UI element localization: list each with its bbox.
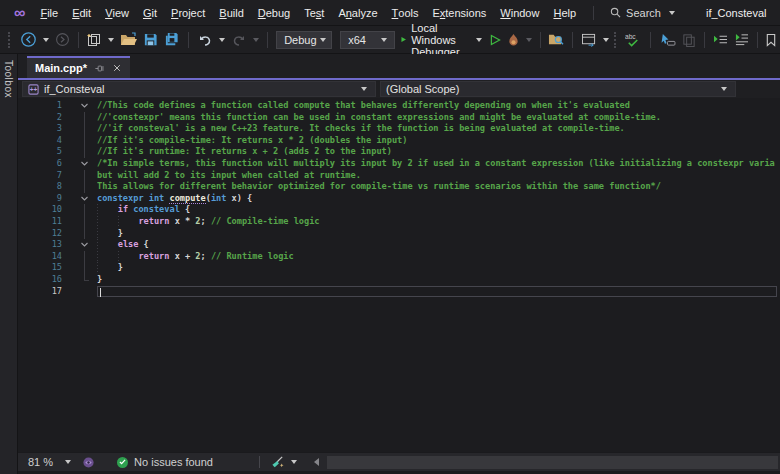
- menu-project[interactable]: Project: [164, 0, 212, 25]
- code-text[interactable]: if consteval {: [97, 204, 780, 216]
- horizontal-scrollbar[interactable]: [327, 456, 778, 469]
- zoom-caret-icon[interactable]: [65, 460, 71, 464]
- menu-view[interactable]: View: [98, 0, 136, 25]
- breakpoint-margin[interactable]: [18, 135, 44, 147]
- menu-window[interactable]: Window: [493, 0, 546, 25]
- close-icon[interactable]: [112, 63, 122, 73]
- breakpoint-margin[interactable]: [18, 112, 44, 124]
- run-to-click-button[interactable]: [656, 29, 679, 51]
- hot-reload-button[interactable]: [504, 29, 523, 51]
- code-text[interactable]: //This code defines a function called co…: [97, 100, 780, 112]
- format-document-button[interactable]: [710, 29, 731, 51]
- navigate-back-button[interactable]: [17, 29, 40, 51]
- fold-collapse-icon[interactable]: [62, 158, 97, 170]
- breakpoint-margin[interactable]: [18, 100, 44, 112]
- menu-build[interactable]: Build: [212, 0, 250, 25]
- navigate-forward-button[interactable]: [52, 29, 73, 51]
- breakpoint-margin[interactable]: [18, 123, 44, 135]
- project-scope-combo[interactable]: ++ if_Consteval: [22, 81, 376, 97]
- undo-caret-icon[interactable]: [219, 38, 225, 42]
- redo-caret-icon[interactable]: [253, 38, 259, 42]
- code-editor[interactable]: 1//This code defines a function called c…: [18, 98, 780, 452]
- fold-collapse-icon[interactable]: [62, 100, 97, 112]
- navigate-back-caret-icon[interactable]: [43, 38, 49, 42]
- menu-edit[interactable]: Edit: [65, 0, 98, 25]
- add-item-button[interactable]: [83, 29, 105, 51]
- fold-collapse-icon[interactable]: [62, 239, 97, 251]
- code-text[interactable]: }: [97, 274, 780, 286]
- code-text[interactable]: /*In simple terms, this function will mu…: [97, 158, 780, 170]
- breakpoint-margin[interactable]: [18, 216, 44, 228]
- save-button[interactable]: [140, 29, 161, 51]
- code-text[interactable]: This allows for different behavior optim…: [97, 181, 780, 193]
- code-cleanup-caret-icon[interactable]: [291, 460, 297, 464]
- code-text[interactable]: //If it's runtime: It returns x + 2 (add…: [97, 146, 780, 158]
- breakpoint-margin[interactable]: [18, 193, 44, 205]
- start-debugging-button[interactable]: Local Windows Debugger: [399, 22, 487, 58]
- type-scope-combo[interactable]: (Global Scope): [380, 81, 736, 97]
- menu-debug[interactable]: Debug: [251, 0, 297, 25]
- search-box[interactable]: Search: [604, 5, 684, 21]
- hot-reload-caret-icon[interactable]: [526, 38, 532, 42]
- undo-button[interactable]: [194, 29, 216, 51]
- zoom-level[interactable]: 81 %: [28, 456, 53, 468]
- breakpoint-margin[interactable]: [18, 158, 44, 170]
- menu-file[interactable]: File: [33, 0, 65, 25]
- tab-main-cpp[interactable]: Main.cpp*: [27, 56, 130, 78]
- breakpoint-margin[interactable]: [18, 228, 44, 240]
- copilot-badge[interactable]: [82, 456, 95, 469]
- code-text[interactable]: //'constexpr' means this function can be…: [97, 112, 780, 124]
- code-text[interactable]: but will add 2 to its input when called …: [97, 170, 780, 182]
- redo-button[interactable]: [228, 29, 250, 51]
- solution-platform-combo[interactable]: x64: [340, 31, 395, 49]
- scrollbar-left-arrow-icon[interactable]: [314, 458, 319, 466]
- pin-icon[interactable]: [94, 63, 105, 74]
- window-preview-button[interactable]: [578, 29, 600, 51]
- menu-analyze[interactable]: Analyze: [331, 0, 384, 25]
- menu-git[interactable]: Git: [136, 0, 164, 25]
- code-text[interactable]: //'if consteval' is a new C++23 feature.…: [97, 123, 780, 135]
- menu-help[interactable]: Help: [546, 0, 583, 25]
- fold-margin: [62, 135, 97, 147]
- code-text[interactable]: }: [97, 262, 780, 274]
- window-preview-caret-icon[interactable]: [603, 38, 609, 42]
- code-text[interactable]: return x + 2; // Runtime logic: [97, 251, 780, 263]
- menu-test[interactable]: Test: [297, 0, 331, 25]
- document-health-indicator[interactable]: No issues found: [117, 456, 213, 468]
- format-selection-button[interactable]: [731, 29, 752, 51]
- line-number: 17: [44, 286, 62, 298]
- code-text[interactable]: //If it's compile-time: It returns x * 2…: [97, 135, 780, 147]
- breakpoint-margin[interactable]: [18, 262, 44, 274]
- add-item-caret-icon[interactable]: [108, 38, 114, 42]
- svg-text:abc: abc: [625, 33, 636, 40]
- solution-configuration-combo[interactable]: Debug: [276, 31, 332, 49]
- code-text[interactable]: constexpr int compute(int x) {: [97, 193, 780, 205]
- breakpoint-margin[interactable]: [18, 239, 44, 251]
- breakpoint-margin[interactable]: [18, 251, 44, 263]
- code-cleanup-button[interactable]: [270, 455, 285, 469]
- line-number: 13: [44, 239, 62, 251]
- open-file-button[interactable]: [117, 29, 140, 51]
- find-in-files-button[interactable]: [545, 29, 567, 51]
- code-text[interactable]: else {: [97, 239, 780, 251]
- fold-collapse-icon[interactable]: [62, 193, 97, 205]
- start-without-debugging-button[interactable]: [487, 29, 504, 51]
- breakpoint-margin[interactable]: [18, 170, 44, 182]
- toolbox-tab[interactable]: Toolbox: [3, 54, 14, 98]
- toolbar-grip[interactable]: [8, 32, 12, 48]
- code-text[interactable]: }: [97, 228, 780, 240]
- save-all-button[interactable]: [161, 29, 183, 51]
- breakpoint-margin[interactable]: [18, 146, 44, 158]
- breakpoint-margin[interactable]: [18, 204, 44, 216]
- fold-margin: [62, 228, 97, 240]
- spell-check-button[interactable]: abc: [622, 29, 645, 51]
- copy-button[interactable]: [679, 29, 699, 51]
- bookmark-button[interactable]: [762, 29, 780, 51]
- code-text[interactable]: [97, 286, 780, 298]
- breakpoint-margin[interactable]: [18, 274, 44, 286]
- code-cleanup-icon: [270, 455, 285, 469]
- breakpoint-margin[interactable]: [18, 181, 44, 193]
- breakpoint-margin[interactable]: [18, 286, 44, 298]
- toolbar-grip[interactable]: [614, 32, 618, 48]
- code-text[interactable]: return x * 2; // Compile-time logic: [97, 216, 780, 228]
